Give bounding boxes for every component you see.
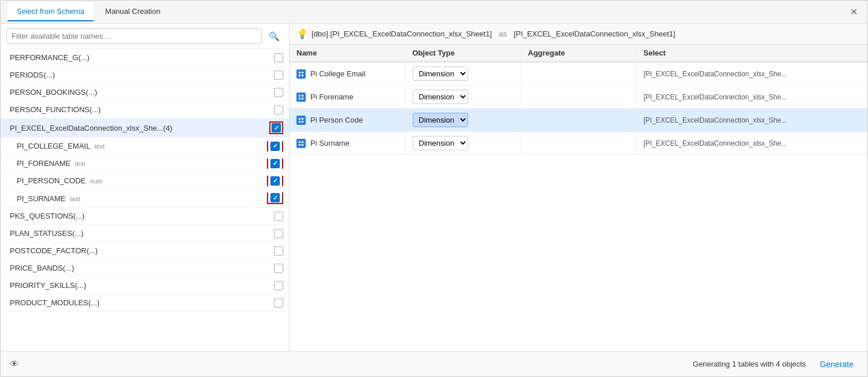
list-item[interactable]: PERIODS(...)	[1, 66, 289, 84]
select-text: [PI_EXCEL_ExcelDataConnection_xlsx_She..…	[644, 116, 787, 124]
item-label-pi-college-email: PI_COLLEGE_EMAIL text	[17, 142, 265, 150]
dimension-icon	[296, 116, 306, 125]
dialog-body: 🔍 PERFORMANCE_G(...)	[1, 24, 867, 351]
row-name: Pi Forename	[310, 93, 353, 101]
checkbox[interactable]	[274, 53, 283, 62]
list-item[interactable]: PKS_QUESTIONS(...)	[1, 208, 289, 225]
item-label: PKS_QUESTIONS(...)	[10, 212, 274, 220]
generate-button[interactable]: Generate	[815, 357, 858, 371]
cell-aggregate	[521, 62, 636, 86]
col-header-object-type: Object Type	[405, 45, 521, 62]
tab-select-schema[interactable]: Select from Schema	[8, 2, 94, 21]
list-item[interactable]: PRICE_BANDS(...)	[1, 260, 289, 277]
item-label: PERFORMANCE_G(...)	[10, 53, 274, 62]
item-label: POSTCODE_FACTOR(...)	[10, 246, 274, 255]
list-item[interactable]: PRODUCT_MODULES(...)	[1, 294, 289, 312]
list-item[interactable]: PLAN_STATUSES(...)	[1, 225, 289, 242]
svg-rect-53	[302, 118, 303, 120]
select-text: [PI_EXCEL_ExcelDataConnection_xlsx_She..…	[644, 93, 787, 101]
checkbox[interactable]	[274, 246, 283, 256]
footer-left: 👁	[10, 359, 19, 369]
checkbox[interactable]	[274, 229, 283, 238]
list-item[interactable]: PERSON_FUNCTIONS(...)	[1, 101, 289, 119]
search-input[interactable]	[6, 28, 262, 44]
checkbox[interactable]	[274, 298, 283, 308]
object-type-dropdown[interactable]: Dimension Measure Attribute	[413, 113, 468, 127]
checkbox[interactable]	[274, 264, 283, 273]
type-tag: text	[75, 160, 86, 167]
list-item-pi-excel[interactable]: PI_EXCEL_ExcelDataConnection_xlsx_She...…	[1, 119, 289, 138]
close-button[interactable]: ✕	[847, 5, 860, 19]
checkbox-pi-person-code[interactable]	[270, 176, 280, 186]
item-label: PRIORITY_SKILLS(...)	[10, 281, 274, 290]
checkbox-pi-excel[interactable]	[272, 123, 281, 132]
checkbox[interactable]	[274, 105, 283, 114]
table-row: Pi Forename Dimension Measure Attribute	[290, 86, 867, 109]
table-list: PERFORMANCE_G(...) PERIODS(...)	[1, 49, 289, 351]
schema-path: [dbo].[PI_EXCEL_ExcelDataConnection_xlsx…	[311, 29, 492, 38]
svg-rect-54	[299, 121, 301, 123]
list-item-pi-surname[interactable]: PI_SURNAME text	[1, 190, 289, 208]
dimension-icon	[296, 69, 306, 79]
col-header-aggregate: Aggregate	[521, 45, 636, 62]
col-header-select: Select	[636, 45, 867, 62]
cell-object-type: Dimension Measure Attribute	[405, 62, 521, 86]
list-item-pi-person-code[interactable]: PI_PERSON_CODE num	[1, 172, 289, 190]
checkbox[interactable]	[274, 71, 283, 80]
object-type-dropdown[interactable]: Dimension Measure Attribute	[413, 66, 468, 81]
checkbox[interactable]	[274, 88, 283, 97]
alias-text: [PI_EXCEL_ExcelDataConnection_xlsx_Sheet…	[514, 29, 676, 38]
list-item-pi-forename[interactable]: PI_FORENAME text	[1, 155, 289, 172]
row-name: Pi Person Code	[310, 116, 363, 124]
dimension-icon	[296, 139, 306, 148]
cell-name: Pi Forename	[290, 86, 405, 109]
item-label-pi-forename: PI_FORENAME text	[17, 159, 265, 168]
object-type-dropdown[interactable]: Dimension Measure Attribute	[413, 136, 468, 150]
svg-rect-45	[302, 72, 303, 73]
checkbox-pi-college-email[interactable]	[270, 142, 280, 151]
type-tag: num	[90, 178, 102, 184]
svg-rect-59	[302, 144, 303, 146]
item-label: PRODUCT_MODULES(...)	[10, 298, 274, 307]
cell-aggregate	[521, 109, 636, 132]
list-item[interactable]: POSTCODE_FACTOR(...)	[1, 242, 289, 260]
checkbox[interactable]	[274, 212, 283, 221]
bulb-icon: 💡	[296, 28, 308, 39]
search-bar: 🔍	[1, 24, 289, 49]
checkbox-pi-forename[interactable]	[270, 159, 280, 168]
list-item[interactable]: PRIORITY_SKILLS(...)	[1, 277, 289, 294]
eye-icon: 👁	[10, 359, 19, 369]
svg-rect-50	[299, 98, 301, 99]
svg-rect-49	[302, 95, 303, 97]
table-header-row: Name Object Type Aggregate Select	[290, 45, 867, 62]
svg-rect-57	[302, 141, 303, 143]
checkbox-pi-surname[interactable]	[270, 193, 280, 202]
list-item-pi-college-email[interactable]: PI_COLLEGE_EMAIL text	[1, 138, 289, 155]
svg-rect-52	[299, 118, 301, 120]
list-item[interactable]: PERFORMANCE_G(...)	[1, 49, 289, 66]
search-button[interactable]: 🔍	[265, 29, 283, 43]
cell-aggregate	[521, 86, 636, 109]
dialog-footer: 👁 Generating 1 tables with 4 objects Gen…	[1, 351, 867, 376]
table-row: Pi Surname Dimension Measure Attribute	[290, 132, 867, 155]
item-label: PERSON_FUNCTIONS(...)	[10, 105, 274, 114]
type-tag: text	[70, 195, 80, 202]
checkbox[interactable]	[274, 281, 283, 290]
svg-rect-51	[302, 98, 303, 99]
svg-rect-46	[299, 75, 301, 76]
object-type-dropdown[interactable]: Dimension Measure Attribute	[413, 90, 468, 104]
dialog-container: Select from Schema Manual Creation ✕ 🔍	[0, 0, 868, 377]
svg-rect-55	[302, 121, 303, 123]
table-row: Pi College Email Dimension Measure Attri…	[290, 62, 867, 86]
svg-rect-56	[299, 141, 301, 143]
svg-rect-44	[299, 72, 301, 73]
select-text: [PI_EXCEL_ExcelDataConnection_xlsx_She..…	[644, 70, 787, 78]
right-panel: 💡 [dbo].[PI_EXCEL_ExcelDataConnection_xl…	[290, 24, 867, 351]
cell-object-type: Dimension Measure Attribute	[405, 132, 521, 155]
cell-select: [PI_EXCEL_ExcelDataConnection_xlsx_She..…	[636, 62, 867, 86]
cell-name: Pi Surname	[290, 132, 405, 155]
tab-manual-creation[interactable]: Manual Creation	[96, 2, 169, 21]
list-item[interactable]: PERSON_BOOKINGS(...)	[1, 84, 289, 101]
data-table: Name Object Type Aggregate Select	[290, 45, 867, 351]
item-label: PLAN_STATUSES(...)	[10, 229, 274, 238]
